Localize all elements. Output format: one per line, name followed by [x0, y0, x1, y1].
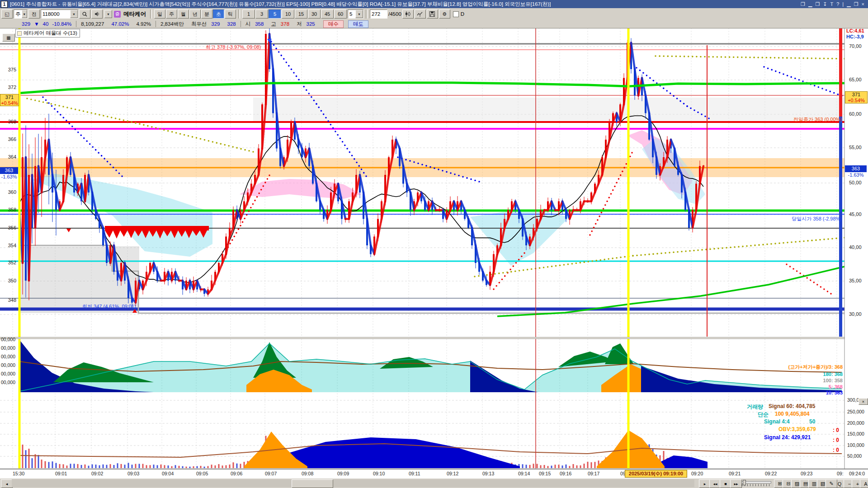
font-icon[interactable]: T [830, 1, 834, 7]
period-button-틱[interactable]: 틱 [225, 9, 236, 19]
stock-chart-window: 1 [0601] 주식종합차트 - 유통비율[65.4] 거래대금[2,834(… [0, 0, 868, 488]
open-label: 시 [242, 21, 252, 28]
time-label: 09:08 [302, 471, 313, 476]
time-label: 09:14 [518, 471, 530, 476]
time-label: 09:17 [588, 471, 599, 476]
close-icon[interactable]: × [859, 398, 868, 405]
period-button-일[interactable]: 일 [154, 9, 165, 19]
slider-knob[interactable] [743, 480, 746, 485]
chevron-down-icon[interactable]: ▼ [355, 10, 363, 18]
obv-axis-label: 100,000 [847, 443, 864, 448]
pct-axis-label: 40,00 [849, 244, 862, 250]
time-label: 09:03 [127, 471, 139, 476]
time-label: 09:09 [337, 471, 349, 476]
obv-axis-label: 50,000 [847, 454, 862, 459]
chevron-down-icon[interactable]: ▼ [104, 10, 112, 18]
gear-icon[interactable]: ⚙ [439, 9, 450, 19]
period-button-분[interactable]: 분 [201, 9, 212, 19]
divider [241, 21, 241, 27]
interval-combo[interactable]: 5▼ [348, 9, 363, 19]
interval-button-60[interactable]: 60 [334, 9, 347, 19]
chart-toolbar: ◱ 주▼ 전 118000▼ ▼ 증 메타케어 일주월년분초틱 13510153… [0, 8, 868, 20]
time-label: 09:24:0 [849, 471, 865, 476]
period-button-초[interactable]: 초 [213, 9, 224, 19]
stock-name: 메타케어 [122, 10, 148, 18]
chart-tool-6[interactable]: ✎ [826, 479, 837, 488]
minimize-icon[interactable]: ▁ [847, 1, 850, 7]
popout-icon[interactable]: ❐ [801, 1, 805, 7]
minimize-line-icon[interactable]: ▁ [808, 1, 812, 7]
time-label: 09:06 [231, 471, 242, 476]
best-quote-label: 최우선 [188, 21, 208, 28]
buy-button[interactable]: 매수 [323, 20, 344, 28]
period-button-주[interactable]: 주 [166, 9, 177, 19]
market-combo[interactable]: 주▼ [14, 9, 28, 19]
pct-axis-label: 45,00 [849, 211, 862, 217]
main-chart[interactable] [0, 0, 868, 488]
copy-window-icon[interactable]: ❐ [815, 1, 820, 7]
grid-toggle-icon[interactable]: ▦ [2, 33, 15, 42]
price-axis-label: 368 [2, 119, 16, 124]
separator[interactable]: | [842, 1, 844, 7]
down-arrow-icon: ▼ [34, 21, 39, 27]
period-button-년[interactable]: 년 [189, 9, 201, 19]
panel2-legend: 50 [809, 418, 815, 425]
window-controls: ❐▁❐↧T?|▁❐× [801, 1, 868, 7]
slider-ticks [742, 484, 771, 486]
interval-button-1[interactable]: 1 [242, 9, 255, 19]
separator [150, 9, 152, 19]
time-label: 09:11 [409, 471, 420, 476]
time-label: 15:30 [13, 471, 24, 476]
low-label: 저 [293, 21, 303, 28]
interval-button-10[interactable]: 10 [282, 9, 294, 19]
pct-axis-label: 55,00 [849, 145, 862, 150]
volume-axis-label: 00,000 [0, 380, 15, 385]
low-price: 325 [303, 21, 319, 27]
bar-total-label: /4500 [388, 11, 401, 17]
scrollbar-track[interactable] [12, 479, 694, 487]
line-chart-icon[interactable] [415, 9, 426, 19]
chevron-down-icon[interactable]: ▼ [70, 10, 78, 18]
period-button-월[interactable]: 월 [178, 9, 189, 19]
high-close-badge-right: 371+0.54% [845, 91, 868, 103]
pct-axis-label: 50,00 [849, 180, 862, 185]
price-axis-label: 375 [2, 67, 16, 72]
crosshair-date-box: 2025/03/19(수) 09:19:00 [625, 470, 687, 478]
bar-count-input[interactable]: 272 [370, 9, 387, 19]
pin-icon[interactable]: ↧ [823, 1, 827, 7]
auto-scale-button[interactable]: A [860, 479, 868, 488]
price-axis-label: 354 [2, 243, 16, 248]
prev-stock-button[interactable]: 전 [28, 9, 40, 19]
low-annotation: 최저 347 (4.61%, 09:01) [82, 304, 136, 309]
restore-icon[interactable]: ❐ [854, 1, 859, 7]
save-icon[interactable] [427, 9, 438, 19]
window-mode-icon[interactable]: ◱ [1, 9, 13, 19]
price-change: 40 [39, 21, 52, 27]
help-icon[interactable]: ? [836, 1, 839, 7]
interval-button-45[interactable]: 45 [321, 9, 334, 19]
interval-button-5[interactable]: 5 [269, 9, 281, 19]
close-icon[interactable]: × [862, 1, 864, 7]
time-label: 09:07 [265, 471, 277, 476]
indicator-value: (고가+저가+종가)/3: 368 [788, 364, 843, 370]
sound-icon[interactable] [91, 9, 103, 19]
d-checkbox[interactable] [453, 11, 459, 17]
zoom-slider[interactable] [741, 481, 771, 483]
candle-chart-icon[interactable] [402, 9, 414, 19]
panel2-legend: : 0 [833, 437, 839, 443]
interval-button-15[interactable]: 15 [295, 9, 307, 19]
interval-button-3[interactable]: 3 [255, 9, 268, 19]
playback-3[interactable]: ▸▸ [730, 479, 742, 488]
search-icon[interactable] [79, 9, 90, 19]
sell-button[interactable]: 매도 [348, 20, 368, 28]
high-price: 378 [277, 21, 293, 27]
bottom-bar: ◂ Q − + A ▸◂◂■▸▸⊞⊟▨▤▥▧✎ [0, 478, 868, 488]
price-axis-label: 372 [2, 84, 16, 90]
scroll-left-button[interactable]: ◂ [1, 479, 13, 488]
interval-button-30[interactable]: 30 [308, 9, 321, 19]
divider [156, 21, 156, 27]
chevron-down-icon[interactable]: ▼ [22, 10, 28, 18]
scrollbar-thumb[interactable] [292, 479, 333, 488]
code-input[interactable]: 118000▼ [41, 9, 78, 19]
pct-axis-label: 65,00 [849, 77, 862, 82]
